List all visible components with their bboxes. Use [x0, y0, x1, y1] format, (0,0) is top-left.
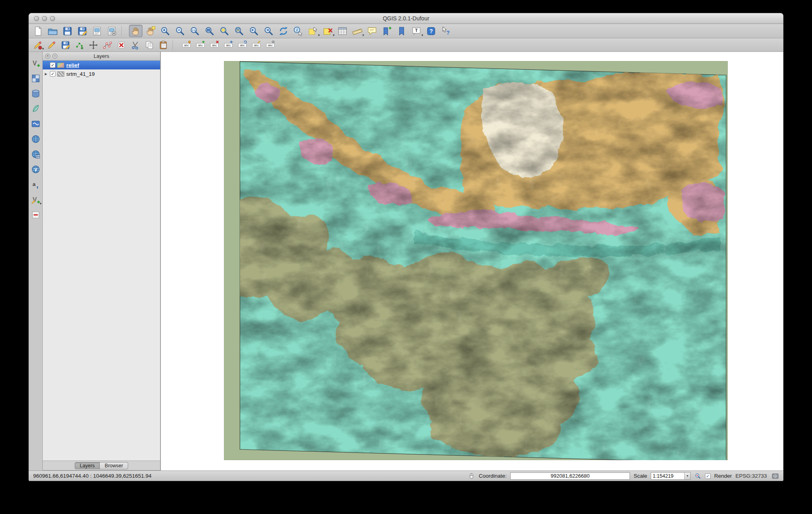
zoom-out-button[interactable]	[173, 25, 187, 37]
new-shapefile-layer-button[interactable]: ▾	[30, 194, 42, 206]
layer-checkbox[interactable]: ✓	[50, 71, 55, 77]
move-label-button[interactable]	[222, 39, 235, 51]
add-wms-layer-button[interactable]	[30, 133, 42, 145]
node-tool-button[interactable]	[101, 39, 114, 51]
add-wcs-layer-button[interactable]	[30, 148, 42, 160]
open-attribute-table-button[interactable]	[336, 25, 349, 37]
toggle-editing-icon	[47, 40, 56, 50]
crs-status-button[interactable]	[770, 472, 780, 480]
map-layers-render	[224, 61, 728, 460]
dropdown-arrow-icon: ▾	[421, 34, 423, 37]
remove-layer-button[interactable]	[30, 209, 42, 221]
layer-thumbnail	[57, 71, 64, 77]
layer-row-srtm[interactable]: ▶ ✓ srtm_41_19	[43, 69, 160, 78]
new-project-button[interactable]	[31, 25, 45, 37]
render-checkbox[interactable]: ✓	[705, 473, 711, 479]
pin-labels-button[interactable]	[180, 39, 193, 51]
zoom-to-selection-button[interactable]	[218, 25, 231, 37]
layer-list: ✓ relief ▶ ✓ srtm_41_19	[43, 61, 160, 78]
add-delimited-text-layer-button[interactable]	[30, 179, 42, 190]
add-feature-icon	[75, 40, 84, 50]
coordinate-input[interactable]	[510, 472, 630, 480]
dropdown-arrow-icon: ▾	[40, 202, 42, 206]
paste-features-icon	[158, 40, 168, 50]
current-edits-button[interactable]: ▾	[31, 39, 44, 51]
scale-lock-icon[interactable]	[694, 472, 701, 480]
text-annotation-button[interactable]: ▾	[410, 25, 423, 37]
zoom-full-icon	[204, 26, 215, 36]
map-canvas[interactable]	[160, 52, 783, 471]
qgis-window: QGIS 2.0.1-Dufour ▾▾▾▾ ▾ ▾ × ▫ Layers ✓ …	[28, 13, 784, 481]
select-features-button[interactable]: ▾	[306, 25, 320, 37]
whats-this-button[interactable]	[439, 25, 453, 37]
coordinate-toggle-icon[interactable]	[468, 472, 475, 480]
zoom-last-button[interactable]	[247, 25, 261, 37]
disclosure-triangle-icon[interactable]: ▶	[43, 72, 49, 76]
open-project-icon	[48, 26, 58, 36]
paste-features-button[interactable]	[157, 39, 170, 51]
identify-features-button[interactable]	[291, 25, 305, 37]
window-title: QGIS 2.0.1-Dufour	[29, 13, 783, 24]
add-label-button[interactable]	[208, 39, 221, 51]
move-feature-button[interactable]	[87, 39, 100, 51]
zoom-to-layer-button[interactable]	[232, 25, 246, 37]
add-raster-layer-button[interactable]	[30, 73, 42, 84]
copy-features-button[interactable]	[143, 39, 156, 51]
scale-combobox[interactable]: 1:154219 ▾	[651, 472, 691, 480]
map-refresh-icon	[278, 26, 289, 36]
chevron-down-icon[interactable]: ▾	[684, 472, 690, 479]
new-print-composer-button[interactable]	[90, 25, 104, 37]
add-mssql-layer-button[interactable]	[30, 118, 42, 130]
panel-tab-bar: Layers Browser	[43, 461, 160, 470]
toggle-editing-button[interactable]	[45, 39, 58, 51]
measure-line-button[interactable]: ▾	[351, 25, 364, 37]
change-label-button[interactable]	[250, 39, 263, 51]
layer-row-relief[interactable]: ✓ relief	[43, 61, 160, 69]
zoom-full-button[interactable]	[203, 25, 216, 37]
zoom-in-button[interactable]	[158, 25, 172, 37]
new-bookmark-button[interactable]	[380, 25, 394, 37]
zoom-to-layer-icon	[234, 26, 244, 36]
add-postgis-layer-button[interactable]	[30, 88, 42, 99]
highlight-pinned-labels-button[interactable]	[194, 39, 207, 51]
save-project-as-button[interactable]	[75, 25, 89, 37]
zoom-native-icon	[190, 26, 200, 36]
add-spatialite-layer-button[interactable]	[30, 103, 42, 115]
layers-panel-title: Layers	[43, 52, 160, 61]
composer-manager-button[interactable]	[105, 25, 119, 37]
zoom-next-icon	[263, 26, 274, 36]
layers-panel: × ▫ Layers ✓ relief ▶ ✓ srtm_41_19 Layer…	[42, 52, 160, 471]
open-project-button[interactable]	[46, 25, 59, 37]
pan-to-selection-button[interactable]	[144, 25, 157, 37]
zoom-next-button[interactable]	[262, 25, 275, 37]
map-tips-button[interactable]	[365, 25, 379, 37]
status-bar: 960961.66,6194744.40 : 1046649.39,625165…	[29, 471, 783, 481]
rotate-label-button[interactable]	[236, 39, 249, 51]
label-properties-button[interactable]	[264, 39, 277, 51]
digitizing-toolbar: ▾	[29, 38, 783, 52]
pan-map-button[interactable]	[129, 25, 143, 37]
add-wfs-layer-icon	[31, 164, 41, 174]
text-annotation-icon	[411, 26, 422, 36]
save-layer-edits-button[interactable]	[59, 39, 72, 51]
map-refresh-button[interactable]	[277, 25, 290, 37]
tab-layers[interactable]: Layers	[75, 462, 100, 469]
tab-browser[interactable]: Browser	[100, 462, 128, 469]
delete-selected-button[interactable]	[115, 39, 128, 51]
zoom-native-button[interactable]	[188, 25, 202, 37]
zoom-out-icon	[175, 26, 185, 36]
save-project-as-icon	[77, 26, 87, 36]
whats-this-icon	[441, 26, 451, 36]
manage-layers-toolbar: ▾	[29, 52, 42, 471]
layer-checkbox[interactable]: ✓	[50, 62, 55, 68]
save-project-button[interactable]	[61, 25, 74, 37]
show-bookmarks-button[interactable]	[395, 25, 408, 37]
cut-features-button[interactable]	[129, 39, 142, 51]
add-vector-layer-button[interactable]	[30, 57, 42, 69]
add-wfs-layer-button[interactable]	[30, 164, 42, 175]
relief-map-image	[224, 61, 728, 460]
add-feature-button[interactable]	[73, 39, 86, 51]
move-feature-icon	[89, 40, 98, 50]
help-contents-button[interactable]	[424, 25, 438, 37]
deselect-features-button[interactable]: ▾	[321, 25, 335, 37]
